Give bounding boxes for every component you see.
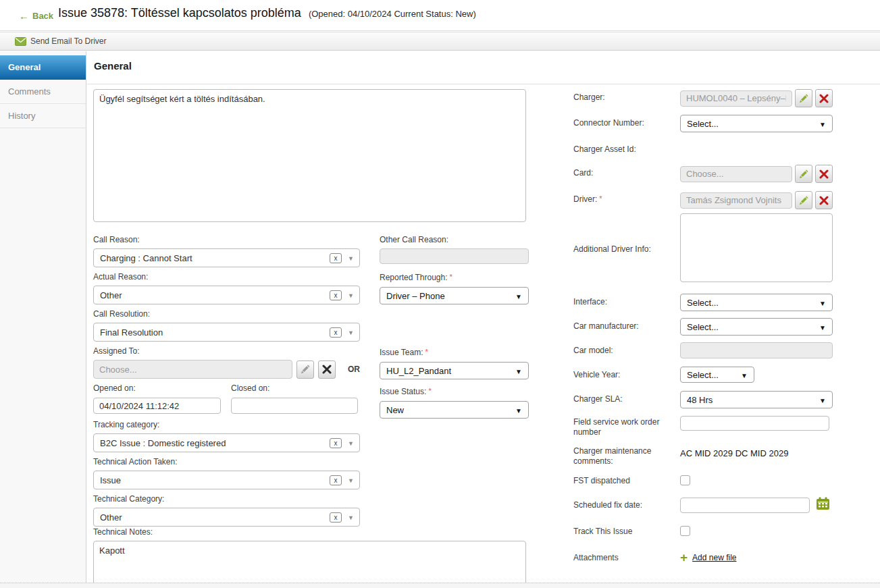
scheduled-fix-date-input[interactable] (680, 498, 810, 513)
charger-label: Charger: (573, 89, 680, 107)
call-reason-caret-icon[interactable]: ▼ (348, 255, 354, 262)
attachments-label: Attachments (573, 552, 680, 563)
call-reason-combobox[interactable]: Charging : Cannot Start x ▼ (93, 248, 360, 267)
technical-action-caret-icon[interactable]: ▼ (348, 477, 354, 484)
vehicle-year-label: Vehicle Year: (573, 367, 680, 383)
charger-remove-button[interactable] (815, 89, 833, 107)
actual-reason-label: Actual Reason: (93, 272, 360, 282)
tracking-category-clear-icon[interactable]: x (330, 438, 342, 448)
vehicle-year-row: Vehicle Year: Select... ▼ (573, 367, 837, 383)
car-model-label: Car model: (573, 342, 680, 358)
tracking-category-combobox[interactable]: B2C Issue : Domestic registered x ▼ (93, 433, 360, 452)
technical-action-combobox[interactable]: Issue x ▼ (93, 471, 360, 489)
car-manufacturer-select[interactable]: Select... ▼ (680, 318, 833, 336)
assigned-to-input[interactable] (93, 360, 292, 379)
connector-number-select[interactable]: Select... ▼ (680, 115, 833, 132)
opened-on-input[interactable] (93, 398, 221, 414)
charger-edit-button[interactable] (795, 89, 812, 107)
vehicle-year-caret-icon: ▼ (741, 372, 748, 379)
interface-select[interactable]: Select... ▼ (680, 294, 833, 311)
driver-input[interactable] (680, 192, 792, 209)
add-new-file-link[interactable]: + Add new file (680, 552, 833, 562)
car-model-input[interactable] (680, 342, 833, 358)
field-service-row: Field service work order number (573, 416, 837, 437)
actual-reason-caret-icon[interactable]: ▼ (348, 292, 354, 299)
fst-dispatched-checkbox[interactable] (680, 475, 690, 485)
technical-action-clear-icon[interactable]: x (330, 475, 342, 485)
technical-category-caret-icon[interactable]: ▼ (348, 514, 354, 521)
additional-driver-info-textarea[interactable] (680, 213, 833, 282)
assigned-to-edit-button[interactable] (296, 360, 314, 379)
charger-input[interactable] (680, 90, 792, 107)
opened-on-label: Opened on: (93, 383, 221, 394)
call-reason-label: Call Reason: (93, 235, 360, 245)
card-edit-button[interactable] (795, 165, 812, 183)
reported-through-caret-icon: ▼ (515, 293, 522, 300)
dates-row: Opened on: Closed on: (93, 383, 360, 414)
call-resolution-group: Call Resolution: Final Resolution x ▼ (93, 309, 360, 342)
call-resolution-caret-icon[interactable]: ▼ (348, 329, 354, 336)
issue-status-label: Issue Status: (380, 387, 426, 397)
sidebar-item-history[interactable]: History (0, 104, 86, 128)
field-service-input[interactable] (680, 416, 829, 431)
charger-sla-label: Charger SLA: (573, 391, 680, 408)
reported-through-select[interactable]: Driver – Phone ▼ (380, 287, 529, 304)
issue-team-caret-icon: ▼ (515, 368, 522, 375)
other-call-reason-input[interactable] (380, 248, 529, 264)
issue-status-group: Issue Status:* New ▼ (380, 385, 529, 419)
actual-reason-group: Actual Reason: Other x ▼ (93, 272, 360, 304)
closed-on-input[interactable] (231, 398, 358, 414)
actual-reason-value: Other (100, 290, 122, 300)
reported-through-label: Reported Through: (380, 273, 448, 283)
call-reason-clear-icon[interactable]: x (330, 253, 342, 263)
issue-team-select[interactable]: HU_L2_Pandant ▼ (380, 362, 529, 379)
page-title: Issue 35878: Töltéssel kapcsolatos probl… (58, 6, 476, 20)
charger-asset-id-label: Charger Asset Id: (573, 144, 680, 155)
pencil-icon (799, 94, 808, 103)
call-resolution-clear-icon[interactable]: x (330, 327, 342, 338)
card-label: Card: (573, 165, 680, 183)
section-title: General (94, 60, 132, 72)
add-new-file-label: Add new file (692, 553, 736, 562)
technical-notes-textarea[interactable]: Kapott (93, 541, 526, 583)
vehicle-year-select[interactable]: Select... ▼ (680, 367, 754, 383)
technical-category-clear-icon[interactable]: x (330, 512, 342, 523)
close-icon (322, 365, 332, 374)
main-panel: General Ügyfél segítséget kért a töltés … (87, 51, 880, 583)
back-arrow-icon: ← (19, 11, 29, 20)
technical-category-combobox[interactable]: Other x ▼ (93, 508, 360, 527)
sidebar-item-general[interactable]: General (0, 55, 86, 80)
charger-sla-select[interactable]: 48 Hrs ▼ (680, 391, 833, 408)
field-service-label: Field service work order number (573, 416, 680, 437)
issue-detail-page: ← Back Issue 35878: Töltéssel kapcsolato… (0, 0, 880, 588)
required-mark: * (425, 348, 428, 356)
page-bottom-strip (0, 583, 880, 588)
track-this-issue-checkbox[interactable] (680, 526, 690, 536)
driver-edit-button[interactable] (795, 191, 812, 209)
call-reason-value: Charging : Cannot Start (100, 253, 192, 263)
close-icon (819, 196, 829, 205)
back-link[interactable]: ← Back (19, 11, 53, 21)
description-textarea[interactable]: Ügyfél segítséget kért a töltés indításá… (93, 89, 526, 222)
section-separator (87, 84, 880, 84)
car-manufacturer-caret-icon: ▼ (819, 324, 826, 331)
issue-status-select[interactable]: New ▼ (380, 401, 529, 419)
sidebar-item-comments[interactable]: Comments (0, 80, 86, 104)
fst-dispatched-row: FST dispatched (573, 475, 837, 486)
assigned-to-remove-button[interactable] (318, 360, 336, 379)
call-resolution-combobox[interactable]: Final Resolution x ▼ (93, 323, 360, 342)
send-email-button[interactable]: Send Email To Driver (15, 36, 107, 46)
tracking-category-caret-icon[interactable]: ▼ (348, 440, 354, 447)
close-icon (819, 169, 829, 179)
actual-reason-clear-icon[interactable]: x (330, 290, 342, 300)
actual-reason-combobox[interactable]: Other x ▼ (93, 286, 360, 304)
driver-remove-button[interactable] (815, 191, 833, 209)
calendar-icon[interactable] (816, 497, 830, 513)
close-icon (819, 94, 829, 103)
card-remove-button[interactable] (815, 165, 833, 183)
technical-category-group: Technical Category: Other x ▼ (93, 494, 360, 527)
technical-notes-group: Technical Notes: Kapott (93, 527, 526, 583)
driver-label: Driver:* (573, 191, 680, 209)
card-input[interactable] (680, 166, 792, 182)
attachments-row: Attachments + Add new file (573, 552, 837, 563)
